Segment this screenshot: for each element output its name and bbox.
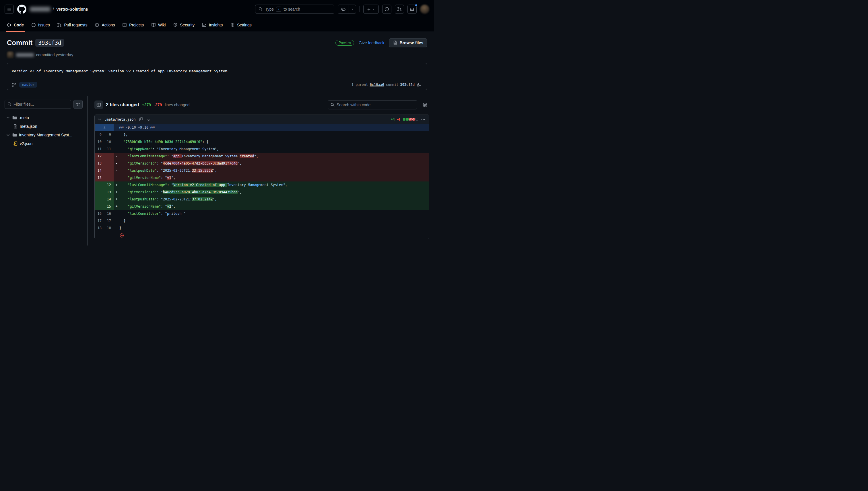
tab-label: Pull requests <box>64 23 87 27</box>
search-icon <box>258 7 263 11</box>
new-line-number[interactable]: 12 <box>104 181 114 189</box>
diff-marker: - <box>114 160 119 167</box>
github-logo[interactable] <box>17 5 26 14</box>
diff-settings-button[interactable] <box>421 102 429 108</box>
kebab-horizontal-icon <box>421 117 426 122</box>
parent-hash-link[interactable]: 6c10aa6 <box>370 83 384 87</box>
diff-table: @@ -9,10 +9,10 @@99 },1010 "7330b16b-b70… <box>95 124 429 239</box>
old-line-number[interactable]: 14 <box>95 167 104 174</box>
chevron-down-icon[interactable] <box>98 117 101 121</box>
new-line-number[interactable]: 10 <box>104 138 114 146</box>
drag-handle-icon[interactable] <box>147 117 151 121</box>
diff-marker: - <box>114 174 119 181</box>
give-feedback-link[interactable]: Give feedback <box>359 40 384 45</box>
tree-item-label: .meta <box>19 115 29 120</box>
table-icon <box>122 23 127 27</box>
parents-label: 1 parent <box>351 83 368 87</box>
preview-badge[interactable]: Preview <box>335 40 354 46</box>
tree-item--meta[interactable]: .meta <box>5 113 83 122</box>
collapse-file-tree-button[interactable] <box>94 100 103 109</box>
old-line-number[interactable] <box>95 203 104 210</box>
copy-commit-hash-button[interactable] <box>416 82 422 88</box>
new-line-number[interactable]: 13 <box>104 189 114 196</box>
old-line-number[interactable]: 10 <box>95 138 104 146</box>
tree-options-button[interactable] <box>73 99 83 109</box>
chevron-down-icon[interactable] <box>6 116 10 120</box>
code-content: "lastpushDate": "2025-02-23T21:33:15.553… <box>119 167 429 174</box>
tab-issues[interactable]: Issues <box>28 18 53 32</box>
code-content: }, <box>119 131 429 138</box>
user-avatar[interactable] <box>420 5 429 14</box>
new-line-number[interactable] <box>104 153 114 160</box>
copy-file-path-button[interactable] <box>138 117 144 122</box>
breadcrumb: / Vertex-Solutions <box>30 7 88 11</box>
committer-avatar[interactable] <box>7 51 14 58</box>
tab-code[interactable]: Code <box>3 18 27 32</box>
old-line-number[interactable]: 15 <box>95 174 104 181</box>
new-line-number[interactable]: 17 <box>104 218 114 225</box>
commit-header-section: Commit 393cf3d Preview Give feedback Bro… <box>0 32 434 90</box>
copilot-button[interactable] <box>338 5 349 13</box>
file-options-button[interactable] <box>421 117 426 122</box>
copilot-icon <box>341 7 346 12</box>
old-line-number[interactable]: 11 <box>95 146 104 153</box>
tab-projects[interactable]: Projects <box>119 18 147 32</box>
new-line-number[interactable]: 11 <box>104 146 114 153</box>
search-within-code-input[interactable] <box>328 100 417 109</box>
old-line-number[interactable] <box>95 189 104 196</box>
new-line-number[interactable]: 16 <box>104 210 114 218</box>
tab-settings[interactable]: Settings <box>227 18 255 32</box>
file-path-label[interactable]: .meta/meta.json <box>104 117 135 121</box>
browse-files-button[interactable]: Browse files <box>389 38 427 47</box>
tab-wiki[interactable]: Wiki <box>148 18 169 32</box>
inbox-header-button[interactable] <box>407 5 416 14</box>
new-line-number[interactable] <box>104 174 114 181</box>
chevron-down-icon[interactable] <box>6 133 10 137</box>
old-line-number[interactable] <box>95 181 104 189</box>
tab-security[interactable]: Security <box>169 18 198 32</box>
hamburger-menu-button[interactable] <box>5 5 14 14</box>
old-line-number[interactable]: 18 <box>95 225 104 232</box>
tab-insights[interactable]: Insights <box>198 18 226 32</box>
repo-name-link[interactable]: Vertex-Solutions <box>56 7 88 11</box>
new-line-number[interactable]: 9 <box>104 131 114 138</box>
commit-message-text: Version v2 of Inventory Management Syste… <box>7 63 427 79</box>
code-content: } <box>119 218 429 225</box>
diff-line-ctx: 99 }, <box>95 131 429 138</box>
tree-item-meta-json[interactable]: meta.json <box>5 122 83 131</box>
code-content: } <box>119 225 429 232</box>
top-header: / Vertex-Solutions Type / to search <box>0 0 434 18</box>
new-line-number[interactable]: 15 <box>104 203 114 210</box>
branch-label[interactable]: master <box>19 82 37 88</box>
copilot-dropdown-button[interactable] <box>349 5 356 13</box>
tab-label: Security <box>180 23 194 27</box>
old-line-number[interactable]: 12 <box>95 153 104 160</box>
pull-requests-header-button[interactable] <box>395 5 404 14</box>
expand-hunk-button[interactable] <box>95 124 114 131</box>
new-line-number[interactable]: 14 <box>104 196 114 203</box>
owner-name-blurred[interactable] <box>30 7 51 11</box>
committer-name-blurred[interactable] <box>16 53 34 57</box>
tree-item-v2-json[interactable]: v2.json <box>5 139 83 148</box>
diffstat-block-add <box>406 118 409 121</box>
old-line-number[interactable]: 17 <box>95 218 104 225</box>
new-line-number[interactable]: 18 <box>104 225 114 232</box>
old-line-number[interactable]: 9 <box>95 131 104 138</box>
issues-header-button[interactable] <box>382 5 392 14</box>
old-line-number[interactable]: 13 <box>95 160 104 167</box>
tab-actions[interactable]: Actions <box>91 18 118 32</box>
new-line-number[interactable] <box>104 160 114 167</box>
tab-pull-requests[interactable]: Pull requests <box>54 18 91 32</box>
filter-files-input[interactable] <box>5 99 71 109</box>
old-line-number[interactable]: 16 <box>95 210 104 218</box>
diff-pane: 2 files changed +279 -279 lines changed <box>88 96 434 246</box>
create-new-button[interactable] <box>363 5 379 14</box>
diff-workspace: .metameta.jsonInventory Management Syst.… <box>0 96 434 246</box>
issue-opened-icon <box>384 7 389 11</box>
hunk-header-row: @@ -9,10 +9,10 @@ <box>95 124 429 131</box>
diff-line-ctx: 1717 } <box>95 218 429 225</box>
old-line-number[interactable] <box>95 196 104 203</box>
tree-item-inventory-management-syst-[interactable]: Inventory Management Syst... <box>5 131 83 139</box>
new-line-number[interactable] <box>104 167 114 174</box>
global-search-input[interactable]: Type / to search <box>255 5 334 14</box>
